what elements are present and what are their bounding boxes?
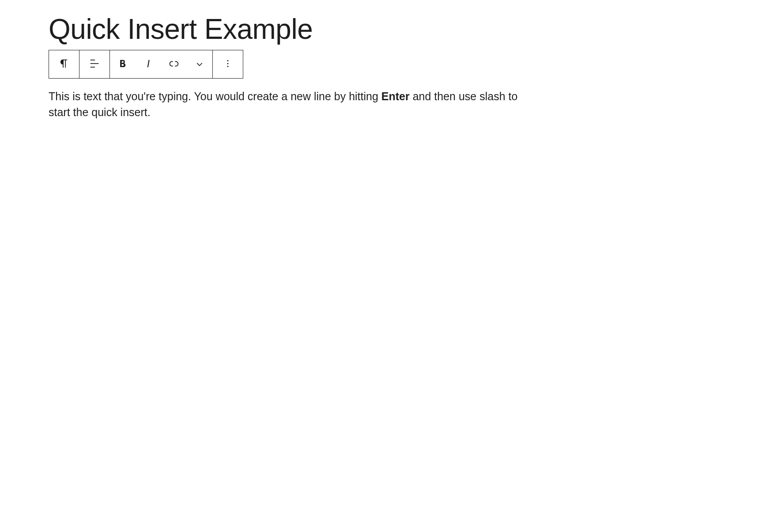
svg-point-0 xyxy=(227,60,228,61)
toolbar-group-block-type xyxy=(49,50,79,78)
svg-point-1 xyxy=(227,63,228,64)
paragraph-block[interactable]: This is text that you're typing. You wou… xyxy=(49,88,539,121)
block-toolbar xyxy=(49,50,243,79)
italic-icon xyxy=(142,57,155,71)
chevron-down-icon xyxy=(193,57,206,71)
paragraph-icon xyxy=(58,57,70,71)
block-type-button[interactable] xyxy=(49,50,79,78)
more-formatting-button[interactable] xyxy=(187,50,212,78)
paragraph-text-before: This is text that you're typing. You wou… xyxy=(49,90,381,102)
paragraph-text-bold: Enter xyxy=(381,90,410,102)
italic-button[interactable] xyxy=(136,50,161,78)
editor-container: Quick Insert Example xyxy=(0,12,777,120)
bold-button[interactable] xyxy=(110,50,136,78)
toolbar-group-options xyxy=(213,50,243,78)
bold-icon xyxy=(117,57,129,71)
svg-point-2 xyxy=(227,66,228,67)
options-button[interactable] xyxy=(213,50,243,78)
link-button[interactable] xyxy=(161,50,187,78)
more-vertical-icon xyxy=(222,57,234,71)
align-button[interactable] xyxy=(79,50,109,78)
post-title[interactable]: Quick Insert Example xyxy=(49,12,728,46)
align-left-icon xyxy=(88,57,101,71)
toolbar-group-formatting xyxy=(110,50,213,78)
toolbar-group-align xyxy=(79,50,110,78)
link-icon xyxy=(168,57,180,71)
